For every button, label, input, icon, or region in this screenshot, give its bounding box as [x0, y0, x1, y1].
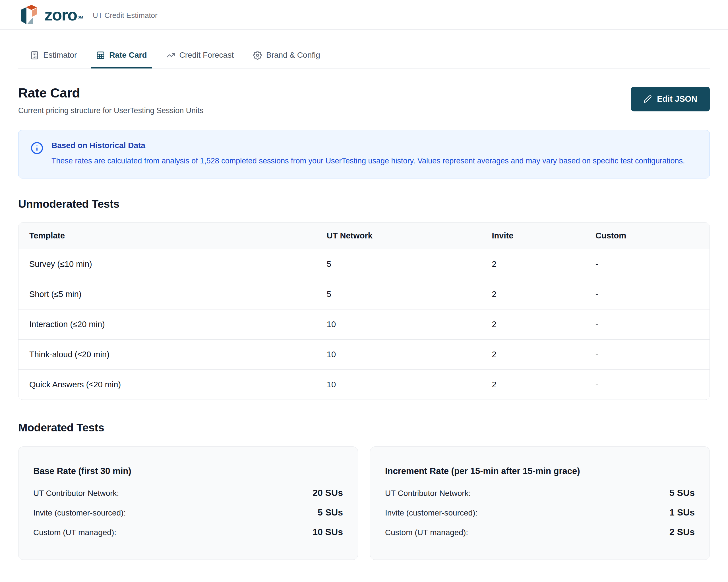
table-row: Short (≤5 min)52- [19, 279, 709, 309]
rate-card-title: Increment Rate (per 15-min after 15-min … [385, 466, 695, 476]
rate-label: Invite (customer-sourced): [385, 508, 477, 518]
tab-label: Brand & Config [266, 51, 320, 60]
rate-row: Invite (customer-sourced):1 SUs [385, 507, 695, 518]
rate-value-cell: - [596, 369, 709, 399]
table-header-row: Template UT Network Invite Custom [19, 223, 709, 249]
gear-icon [253, 51, 262, 60]
page-header: Rate Card Current pricing structure for … [18, 85, 710, 115]
rate-value-cell: - [596, 249, 709, 279]
tab-label: Credit Forecast [179, 51, 234, 60]
column-header-ut-network: UT Network [327, 223, 492, 249]
base-rate-card: Base Rate (first 30 min) UT Contributor … [18, 446, 358, 560]
template-cell: Quick Answers (≤20 min) [19, 369, 327, 399]
edit-json-button[interactable]: Edit JSON [631, 87, 710, 111]
edit-json-button-label: Edit JSON [657, 94, 697, 104]
rate-label: UT Contributor Network: [385, 489, 471, 498]
unmoderated-section-title: Unmoderated Tests [18, 198, 710, 210]
rate-value-cell: 10 [327, 339, 492, 369]
rate-label: Invite (customer-sourced): [33, 508, 126, 518]
banner-text-block: Based on Historical Data These rates are… [51, 141, 685, 167]
brand-trademark: SM [77, 15, 83, 19]
table-row: Interaction (≤20 min)102- [19, 309, 709, 339]
rate-label: Custom (UT managed): [33, 528, 116, 537]
banner-title: Based on Historical Data [51, 141, 685, 150]
rate-label: Custom (UT managed): [385, 528, 468, 537]
moderated-tests-section: Moderated Tests Base Rate (first 30 min)… [18, 421, 710, 560]
rate-value: 1 SUs [670, 507, 695, 518]
brand-wordmark: zoroSM [44, 6, 83, 23]
template-cell: Short (≤5 min) [19, 279, 327, 309]
table-icon [96, 51, 105, 60]
rate-label: UT Contributor Network: [33, 489, 119, 498]
rate-value-cell: - [596, 309, 709, 339]
template-cell: Interaction (≤20 min) [19, 309, 327, 339]
column-header-custom: Custom [596, 223, 709, 249]
main-content: Estimator Rate Card Credit Forecast Bran… [0, 30, 728, 560]
pencil-icon [644, 95, 652, 103]
tab-credit-forecast[interactable]: Credit Forecast [161, 48, 239, 68]
tab-label: Estimator [43, 51, 77, 60]
unmoderated-rates-table: Template UT Network Invite Custom Survey… [18, 222, 710, 400]
rate-row: Invite (customer-sourced):5 SUs [33, 507, 343, 518]
rate-row: Custom (UT managed):2 SUs [385, 527, 695, 537]
template-cell: Think-aloud (≤20 min) [19, 339, 327, 369]
rate-row: UT Contributor Network:5 SUs [385, 488, 695, 498]
rate-card-title: Base Rate (first 30 min) [33, 466, 343, 476]
tab-brand-config[interactable]: Brand & Config [248, 48, 325, 68]
page-title: Rate Card [18, 85, 203, 101]
rate-value-cell: 2 [492, 249, 596, 279]
trending-up-icon [166, 51, 175, 60]
historical-data-banner: Based on Historical Data These rates are… [18, 130, 710, 178]
unmoderated-table-body: Survey (≤10 min)52-Short (≤5 min)52-Inte… [19, 249, 709, 399]
tab-rate-card[interactable]: Rate Card [91, 48, 152, 68]
rate-value: 20 SUs [313, 488, 343, 498]
rate-value: 5 SUs [318, 507, 343, 518]
rate-value: 5 SUs [670, 488, 695, 498]
calculator-icon [30, 51, 39, 60]
tab-estimator[interactable]: Estimator [25, 48, 82, 68]
increment-rate-card: Increment Rate (per 15-min after 15-min … [370, 446, 710, 560]
moderated-section-title: Moderated Tests [18, 421, 710, 434]
rate-card-rows: UT Contributor Network:5 SUsInvite (cust… [385, 488, 695, 537]
brand-logo: zoroSM [18, 4, 83, 25]
page-title-block: Rate Card Current pricing structure for … [18, 85, 203, 115]
app-title: UT Credit Estimator [93, 9, 158, 20]
rate-value-cell: 5 [327, 249, 492, 279]
table-row: Think-aloud (≤20 min)102- [19, 339, 709, 369]
unmoderated-tests-section: Unmoderated Tests Template UT Network In… [18, 198, 710, 400]
rate-value-cell: 2 [492, 369, 596, 399]
table-row: Quick Answers (≤20 min)102- [19, 369, 709, 399]
rate-value-cell: 5 [327, 279, 492, 309]
rate-value: 10 SUs [313, 527, 343, 537]
rate-value-cell: 2 [492, 279, 596, 309]
page-subtitle: Current pricing structure for UserTestin… [18, 106, 203, 115]
rate-row: UT Contributor Network:20 SUs [33, 488, 343, 498]
top-header-bar: zoroSM UT Credit Estimator [0, 0, 728, 30]
tab-label: Rate Card [109, 51, 147, 60]
table-row: Survey (≤10 min)52- [19, 249, 709, 279]
zoro-cube-logo-icon [18, 4, 39, 25]
moderated-cards-grid: Base Rate (first 30 min) UT Contributor … [18, 446, 710, 560]
rate-value-cell: 2 [492, 339, 596, 369]
rate-value-cell: - [596, 339, 709, 369]
column-header-invite: Invite [492, 223, 596, 249]
rate-value-cell: 10 [327, 369, 492, 399]
rate-row: Custom (UT managed):10 SUs [33, 527, 343, 537]
info-icon [30, 141, 44, 155]
banner-body: These rates are calculated from analysis… [51, 155, 685, 167]
rate-card-rows: UT Contributor Network:20 SUsInvite (cus… [33, 488, 343, 537]
rate-value-cell: - [596, 279, 709, 309]
template-cell: Survey (≤10 min) [19, 249, 327, 279]
rate-value-cell: 10 [327, 309, 492, 339]
brand-name: zoro [44, 5, 77, 24]
rate-value-cell: 2 [492, 309, 596, 339]
column-header-template: Template [19, 223, 327, 249]
tab-bar: Estimator Rate Card Credit Forecast Bran… [18, 48, 710, 68]
rate-value: 2 SUs [670, 527, 695, 537]
